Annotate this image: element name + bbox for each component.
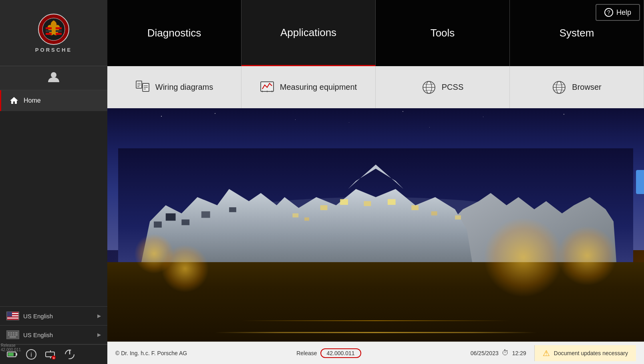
- svg-rect-15: [7, 319, 18, 320]
- clock-icon: ⏱: [502, 349, 509, 357]
- sidebar: PORSCHE Home: [0, 0, 107, 364]
- home-icon: [9, 96, 19, 105]
- wiring-diagrams-icon: [135, 80, 150, 95]
- browser-icon: [552, 80, 566, 95]
- power-icon[interactable]: [64, 349, 75, 360]
- svg-rect-79: [455, 216, 461, 220]
- porsche-emblem-icon: [38, 13, 70, 45]
- svg-rect-22: [8, 334, 10, 336]
- svg-rect-6: [46, 33, 52, 35]
- sidebar-item-home[interactable]: Home: [0, 90, 107, 111]
- svg-rect-28: [16, 353, 17, 356]
- help-button[interactable]: ? Help: [596, 4, 640, 21]
- svg-rect-24: [13, 334, 14, 336]
- user-icon: [47, 71, 60, 85]
- right-edge-tab[interactable]: [636, 170, 644, 194]
- svg-rect-25: [15, 334, 18, 336]
- svg-rect-26: [10, 336, 16, 338]
- browser-label: Browser: [572, 83, 601, 92]
- svg-rect-4: [46, 30, 52, 32]
- svg-rect-19: [10, 332, 12, 334]
- measuring-equipment-label: Measuring equipment: [280, 83, 357, 92]
- svg-rect-7: [56, 33, 62, 35]
- keyboard-lang-label: US English: [23, 332, 53, 338]
- svg-rect-70: [229, 207, 236, 212]
- svg-rect-78: [431, 211, 437, 215]
- svg-rect-16: [7, 312, 12, 316]
- release-small-label: Release 42.000.011: [1, 343, 21, 352]
- release-area: Release 42.000.011: [187, 348, 470, 358]
- svg-rect-66: [154, 222, 162, 228]
- wiring-diagrams-label: Wiring diagrams: [155, 83, 213, 92]
- svg-rect-72: [304, 218, 309, 221]
- info-icon[interactable]: i: [26, 349, 37, 360]
- svg-rect-13: [7, 316, 18, 317]
- nav-diagnostics[interactable]: Diagnostics: [107, 0, 242, 66]
- user-area[interactable]: [0, 66, 107, 90]
- nav-applications[interactable]: Applications: [242, 0, 376, 66]
- keyboard-lang-chevron-icon: ▶: [97, 332, 101, 338]
- svg-rect-21: [15, 332, 18, 334]
- svg-rect-5: [56, 30, 62, 32]
- speech-flag-icon: [6, 311, 19, 320]
- svg-rect-74: [340, 199, 348, 205]
- submenu-browser[interactable]: Browser: [510, 66, 644, 108]
- svg-rect-73: [320, 205, 327, 210]
- svg-rect-69: [201, 211, 210, 218]
- svg-text:?: ?: [607, 9, 610, 16]
- svg-text:✕: ✕: [52, 356, 55, 360]
- submenu-wiring-diagrams[interactable]: Wiring diagrams: [107, 66, 242, 108]
- porsche-logo: PORSCHE: [35, 13, 72, 53]
- measuring-equipment-icon: [260, 80, 274, 95]
- question-icon: ?: [604, 8, 613, 17]
- porsche-text: PORSCHE: [35, 47, 72, 53]
- pcss-icon: [422, 80, 436, 95]
- release-label: Release: [296, 350, 317, 356]
- language-area: US English ▶ US English ▶: [0, 306, 107, 344]
- speech-lang-label: US English: [23, 313, 53, 320]
- svg-rect-41: [136, 81, 142, 88]
- status-bar: © Dr. Ing. h.c. F. Porsche AG Release 42…: [107, 342, 644, 364]
- svg-text:i: i: [30, 351, 32, 358]
- status-date: 06/25/2023: [471, 350, 499, 356]
- top-nav: Diagnostics Applications Tools System: [107, 0, 644, 66]
- speech-lang-chevron-icon: ▶: [97, 313, 101, 319]
- keyboard-icon: [6, 330, 19, 339]
- logo-area: PORSCHE: [0, 0, 107, 66]
- language-keyboard-item[interactable]: US English ▶: [0, 326, 107, 344]
- pcss-label: PCSS: [442, 83, 463, 92]
- svg-rect-3: [56, 27, 62, 29]
- warning-icon: ⚠: [543, 348, 550, 358]
- svg-rect-20: [13, 332, 14, 334]
- svg-rect-75: [364, 201, 371, 206]
- status-time: 12:29: [512, 350, 526, 356]
- svg-rect-14: [7, 317, 18, 318]
- svg-point-8: [51, 72, 56, 78]
- svg-rect-77: [411, 205, 419, 210]
- submenu-measuring-equipment[interactable]: Measuring equipment: [242, 66, 376, 108]
- submenu: Wiring diagrams Measuring equipment PCSS: [107, 66, 644, 108]
- svg-rect-23: [10, 334, 12, 336]
- copyright-text: © Dr. Ing. h.c. F. Porsche AG: [115, 350, 187, 356]
- warning-text: Document updates necessary: [554, 350, 628, 356]
- release-number: 42.000.011: [320, 348, 361, 358]
- language-speech-item[interactable]: US English ▶: [0, 307, 107, 326]
- submenu-pcss[interactable]: PCSS: [376, 66, 510, 108]
- svg-rect-68: [181, 220, 189, 225]
- svg-rect-71: [292, 214, 298, 218]
- date-area: 06/25/2023 ⏱ 12:29: [471, 349, 526, 357]
- network-icon: ✕: [45, 349, 56, 360]
- svg-rect-18: [8, 332, 10, 334]
- main-area: ? Help Diagnostics Applications Tools Sy…: [107, 0, 644, 364]
- svg-rect-2: [46, 27, 52, 29]
- svg-rect-29: [8, 353, 14, 356]
- home-label: Home: [24, 97, 41, 104]
- nav-tools[interactable]: Tools: [376, 0, 510, 66]
- warning-area: ⚠ Document updates necessary: [534, 345, 636, 361]
- background-image: [107, 108, 644, 345]
- svg-rect-49: [261, 82, 274, 91]
- help-label: Help: [616, 8, 631, 17]
- svg-rect-67: [166, 214, 176, 221]
- svg-rect-76: [388, 199, 396, 205]
